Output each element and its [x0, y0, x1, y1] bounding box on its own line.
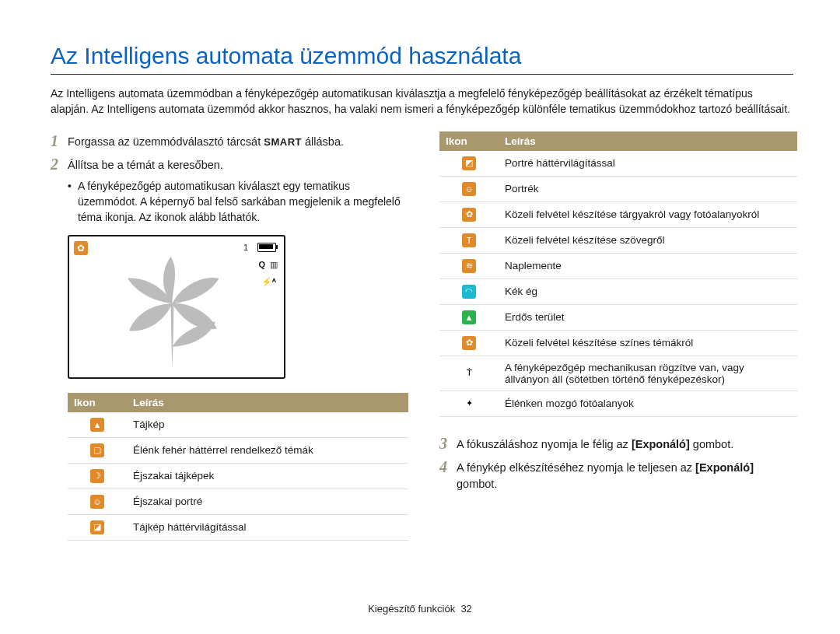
scene-icon-cell: ☺ — [68, 489, 127, 514]
scene-description: Portrék — [499, 176, 797, 201]
step-number: 4 — [439, 457, 457, 476]
scene-table-left: Ikon Leírás ▲Tájkép▢Élénk fehér háttérre… — [68, 393, 408, 541]
table-header-icon: Ikon — [439, 131, 499, 151]
table-row: ☺Éjszakai portré — [68, 489, 408, 514]
scene-description: Élénk fehér háttérrel rendelkező témák — [127, 437, 408, 463]
scene-icon: ◩ — [462, 156, 476, 170]
table-row: ☺Portrék — [439, 176, 797, 201]
step-number: 3 — [439, 434, 457, 453]
right-column: Ikon Leírás ◩Portré háttérvilágítással☺P… — [439, 131, 797, 541]
scene-icon-cell: ✿ — [439, 330, 499, 356]
shots-remaining-indicator: 1 — [243, 243, 248, 252]
step-4: 4 A fénykép elkészítéséhez nyomja le tel… — [439, 457, 797, 492]
scene-description: Éjszakai portré — [127, 489, 408, 514]
scene-icon-cell: Ṫ — [439, 356, 499, 391]
table-header-desc: Leírás — [499, 131, 797, 151]
scene-description: Naplemente — [499, 253, 797, 278]
scene-icon: ☺ — [90, 495, 104, 509]
scene-icon: ☺ — [462, 182, 476, 196]
title-separator — [51, 74, 793, 75]
left-column: 1 Forgassa az üzemmódválasztó tárcsát SM… — [51, 131, 408, 541]
table-row: ▲Tájkép — [68, 412, 408, 438]
scene-icon: ✦ — [462, 397, 476, 411]
camera-screen-illustration: ✿ 1 Q ▥ ⚡ᴬ — [68, 235, 285, 379]
scene-icon-cell: ☺ — [439, 176, 499, 201]
scene-description: A fényképezőgép mechanikusan rögzítve va… — [499, 356, 797, 391]
step-text-post: gombot. — [457, 478, 497, 490]
scene-icon-cell: ▲ — [68, 412, 127, 438]
scene-description: Erdős terület — [499, 304, 797, 330]
flower-illustration — [100, 252, 244, 377]
scene-icon: ✿ — [462, 336, 476, 350]
flash-auto-icon: ⚡ᴬ — [261, 277, 276, 287]
table-row: TKözeli felvétel készítése szövegről — [439, 227, 797, 253]
scene-icon: Ṫ — [462, 366, 476, 380]
table-row: ◪Tájkép háttérvilágítással — [68, 514, 408, 540]
shutter-button-label: [Exponáló] — [632, 438, 690, 450]
scene-icon-cell: ✿ — [439, 201, 499, 227]
table-row: ✦Élénken mozgó fotóalanyok — [439, 391, 797, 416]
scene-icon-cell: ▢ — [68, 437, 127, 463]
table-row: ✿Közeli felvétel készítése tárgyakról va… — [439, 201, 797, 227]
scene-icon: ▲ — [90, 418, 104, 432]
step-text-post: állásba. — [302, 135, 344, 148]
scene-icon: ▢ — [90, 443, 104, 457]
scene-icon: T — [462, 233, 476, 247]
scene-icon: ≋ — [462, 259, 476, 273]
page-footer: Kiegészítő funkciók 32 — [0, 603, 840, 615]
scene-table-right: Ikon Leírás ◩Portré háttérvilágítással☺P… — [439, 131, 797, 417]
step-body: A fénykép elkészítéséhez nyomja le telje… — [457, 457, 797, 492]
content-columns: 1 Forgassa az üzemmódválasztó tárcsát SM… — [51, 131, 793, 541]
step-body: Állítsa be a témát a keresőben. — [68, 155, 223, 173]
macro-mode-icon: ✿ — [74, 241, 88, 255]
page-title: Az Intelligens automata üzemmód használa… — [51, 43, 793, 69]
scene-icon-cell: T — [439, 227, 499, 253]
scene-description: Élénken mozgó fotóalanyok — [499, 391, 797, 416]
scene-icon-cell: ≋ — [439, 253, 499, 278]
scene-icon-cell: ◠ — [439, 278, 499, 304]
table-row: ✿Közeli felvétel készítése színes témákr… — [439, 330, 797, 356]
table-row: ≋Naplemente — [439, 253, 797, 278]
scene-description: Közeli felvétel készítése szövegről — [499, 227, 797, 253]
scene-icon-cell: ▲ — [439, 304, 499, 330]
storage-icon: ▥ — [270, 260, 278, 270]
scene-icon: ✿ — [462, 208, 476, 222]
step-1: 1 Forgassa az üzemmódválasztó tárcsát SM… — [51, 131, 408, 150]
table-row: ▢Élénk fehér háttérrel rendelkező témák — [68, 437, 408, 463]
table-row: ◠Kék ég — [439, 278, 797, 304]
scene-icon-cell: ✦ — [439, 391, 499, 416]
step-2-bullet: A fényképezőgép automatikusan kiválaszt … — [68, 178, 408, 226]
scene-icon: ◠ — [462, 285, 476, 299]
step-3: 3 A fókuszáláshoz nyomja le félig az [Ex… — [439, 434, 797, 453]
step-text-pre: Forgassa az üzemmódválasztó tárcsát — [68, 135, 264, 148]
footer-section: Kiegészítő funkciók — [368, 603, 455, 615]
table-row: ◩Portré háttérvilágítással — [439, 151, 797, 177]
step-number: 1 — [51, 131, 68, 150]
scene-description: Közeli felvétel készítése színes témákró… — [499, 330, 797, 356]
smart-mode-label: SMART — [264, 136, 302, 148]
bullet-text: A fényképezőgép automatikusan kiválaszt … — [78, 178, 408, 226]
table-header-row: Ikon Leírás — [68, 393, 408, 412]
table-row: ▲Erdős terület — [439, 304, 797, 330]
step-number: 2 — [51, 155, 68, 173]
table-header-desc: Leírás — [127, 393, 408, 412]
scene-description: Kék ég — [499, 278, 797, 304]
table-row: ☽Éjszakai tájképek — [68, 463, 408, 489]
scene-icon: ▲ — [462, 310, 476, 324]
scene-icon: ☽ — [90, 469, 104, 483]
scene-icon-cell: ◪ — [68, 514, 127, 540]
table-header-row: Ikon Leírás — [439, 131, 797, 151]
scene-description: Portré háttérvilágítással — [499, 151, 797, 177]
scene-description: Tájkép háttérvilágítással — [127, 514, 408, 540]
shutter-button-label: [Exponáló] — [695, 461, 754, 474]
table-header-icon: Ikon — [68, 393, 127, 412]
intro-paragraph: Az Intelligens automata üzemmódban a fén… — [51, 86, 793, 117]
step-text-post: gombot. — [690, 438, 733, 450]
scene-description: Éjszakai tájképek — [127, 463, 408, 489]
battery-icon — [257, 243, 276, 252]
step-text-pre: A fénykép elkészítéséhez nyomja le telje… — [457, 461, 695, 474]
scene-description: Tájkép — [127, 412, 408, 438]
zoom-icon: Q — [258, 260, 265, 269]
table-row: ṪA fényképezőgép mechanikusan rögzítve v… — [439, 356, 797, 391]
step-body: Forgassa az üzemmódválasztó tárcsát SMAR… — [68, 131, 344, 150]
